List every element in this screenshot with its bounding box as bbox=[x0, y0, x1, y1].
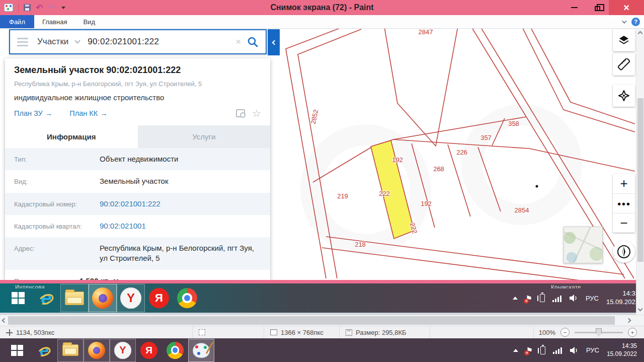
close-button[interactable]: × bbox=[609, 0, 644, 15]
favorite-star-icon[interactable]: ☆ bbox=[252, 108, 261, 118]
panel-collapse-button[interactable] bbox=[268, 29, 280, 55]
highlighted-parcel-222 bbox=[371, 140, 414, 239]
plan-zu-link[interactable]: План ЗУ→ bbox=[14, 109, 52, 117]
redo-icon[interactable]: ↷ bbox=[48, 4, 55, 12]
measure-button[interactable] bbox=[613, 53, 635, 76]
compass-button[interactable] bbox=[613, 241, 635, 263]
yandex-browser-button[interactable]: Y bbox=[110, 339, 136, 362]
search-icon[interactable] bbox=[247, 36, 259, 48]
map-zoom-in-button[interactable]: + bbox=[613, 174, 635, 193]
canvas-screenshot[interactable]: 2847285235835722626819221922219228542182… bbox=[0, 29, 636, 313]
undo-icon[interactable]: ↶ bbox=[36, 4, 43, 12]
chrome-button[interactable] bbox=[162, 339, 188, 362]
yandex-button[interactable]: Я bbox=[136, 339, 162, 362]
vertical-scroll-thumb[interactable] bbox=[637, 98, 643, 262]
file-size-icon bbox=[346, 329, 352, 336]
firefox-icon bbox=[92, 287, 113, 309]
search-input[interactable]: 90:02:021001:222 bbox=[88, 37, 229, 47]
zoom-slider[interactable] bbox=[575, 332, 623, 333]
plan-kk-link[interactable]: План КК→ bbox=[69, 109, 107, 117]
parcel-label-192: 192 bbox=[421, 200, 432, 207]
firefox-button[interactable] bbox=[84, 339, 110, 362]
tray-expand-icon[interactable] bbox=[513, 297, 518, 300]
battery-icon[interactable] bbox=[540, 346, 545, 354]
volume-icon[interactable] bbox=[570, 346, 579, 354]
file-explorer-button[interactable] bbox=[57, 339, 84, 362]
scroll-down-icon[interactable] bbox=[638, 307, 643, 312]
cadastral-search-bar: Участки 90:02:021001:222 × bbox=[9, 29, 267, 54]
internet-explorer-button[interactable]: e bbox=[31, 339, 57, 362]
vertical-scrollbar[interactable] bbox=[636, 29, 644, 315]
parcel-info-panel: Земельный участок 90:02:021001:222 Респу… bbox=[5, 58, 270, 280]
internet-explorer-icon: e bbox=[40, 342, 49, 358]
restore-button[interactable] bbox=[586, 0, 609, 15]
paint-app-icon[interactable] bbox=[4, 4, 13, 12]
quick-access-toolbar: ↶ ↷ bbox=[0, 0, 65, 15]
chevron-down-icon[interactable] bbox=[75, 38, 80, 43]
parcel-label-2847: 2847 bbox=[419, 29, 433, 36]
cadastral-number-link[interactable]: 90:02:021001:222 bbox=[100, 199, 160, 209]
info-row-declared-area: Площадь декларированная:1 500 кв. м bbox=[5, 270, 270, 280]
scroll-left-icon[interactable] bbox=[2, 318, 7, 323]
paint-status-bar: 1134, 503пкс 1366 × 768пкс Размер: 295,8… bbox=[0, 326, 644, 338]
network-signal-icon[interactable] bbox=[553, 346, 562, 354]
overview-minimap[interactable] bbox=[564, 227, 603, 263]
language-indicator[interactable]: РУС bbox=[586, 295, 599, 302]
zoom-control: 100% − + bbox=[534, 328, 644, 337]
zoom-out-button[interactable]: − bbox=[560, 328, 570, 337]
divider bbox=[18, 4, 19, 12]
zoom-in-button[interactable]: + bbox=[628, 328, 637, 337]
file-explorer-button[interactable] bbox=[60, 284, 89, 312]
action-center-flag-icon[interactable]: ⚑× bbox=[526, 346, 532, 354]
tab-view[interactable]: Вид bbox=[75, 15, 103, 28]
firefox-icon bbox=[88, 342, 105, 359]
windows-logo-icon bbox=[12, 292, 25, 304]
collapse-ribbon-icon[interactable] bbox=[622, 19, 627, 24]
paint-icon bbox=[193, 343, 210, 358]
clock[interactable]: 14:3315.09.2022 bbox=[606, 289, 636, 307]
chrome-button[interactable] bbox=[173, 284, 201, 312]
layers-button[interactable] bbox=[613, 29, 635, 51]
tray-expand-icon[interactable] bbox=[513, 349, 518, 352]
parcel-label-226: 226 bbox=[456, 149, 467, 156]
scroll-right-icon[interactable] bbox=[626, 318, 631, 323]
paint-taskbar-button[interactable] bbox=[188, 339, 214, 362]
yandex-browser-icon: Y bbox=[114, 342, 131, 359]
search-category-select[interactable]: Участки bbox=[37, 37, 68, 47]
language-indicator[interactable]: РУС bbox=[586, 346, 599, 354]
action-center-flag-icon[interactable]: ⚑× bbox=[525, 295, 532, 302]
yandex-browser-button[interactable]: Y bbox=[117, 284, 145, 312]
battery-icon[interactable] bbox=[540, 294, 545, 302]
clock[interactable]: 14:3515.09.2022 bbox=[607, 342, 637, 358]
map-point-marker bbox=[536, 185, 538, 188]
qat-dropdown-icon[interactable] bbox=[61, 7, 65, 9]
start-button[interactable] bbox=[3, 339, 31, 362]
cursor-position-icon bbox=[6, 329, 13, 336]
map-zoom-out-button[interactable]: − bbox=[613, 213, 635, 233]
yandex-button[interactable]: Я bbox=[145, 284, 173, 312]
horizontal-scroll-thumb[interactable] bbox=[8, 316, 615, 325]
firefox-button[interactable] bbox=[89, 284, 117, 312]
zoom-slider-thumb[interactable] bbox=[596, 328, 602, 337]
tab-information[interactable]: Информация bbox=[5, 125, 138, 148]
cadastral-quarter-link[interactable]: 90:02:021001 bbox=[100, 221, 146, 231]
help-icon[interactable]: ? bbox=[631, 18, 640, 26]
arrow-icon: → bbox=[45, 109, 53, 117]
network-signal-icon[interactable] bbox=[552, 295, 561, 302]
info-row-kind: Вид:Земельный участок bbox=[5, 170, 270, 192]
volume-icon[interactable] bbox=[569, 294, 578, 302]
tab-services[interactable]: Услуги bbox=[138, 125, 271, 148]
menu-icon[interactable] bbox=[17, 38, 28, 46]
tab-home[interactable]: Главная bbox=[34, 15, 75, 28]
parcel-label-2854: 2854 bbox=[515, 206, 529, 214]
save-icon[interactable] bbox=[24, 4, 31, 11]
locate-button[interactable] bbox=[613, 85, 635, 107]
minimize-button[interactable] bbox=[562, 0, 586, 15]
scroll-up-icon[interactable] bbox=[638, 31, 643, 36]
cadastral-map[interactable]: 2847285235835722626819221922219228542182… bbox=[270, 29, 636, 280]
clear-search-icon[interactable]: × bbox=[235, 36, 241, 47]
preview-icon[interactable] bbox=[236, 109, 245, 117]
horizontal-scrollbar[interactable] bbox=[0, 315, 644, 326]
tab-file[interactable]: Файл bbox=[0, 15, 34, 28]
map-more-button[interactable]: ●●● bbox=[613, 193, 635, 213]
